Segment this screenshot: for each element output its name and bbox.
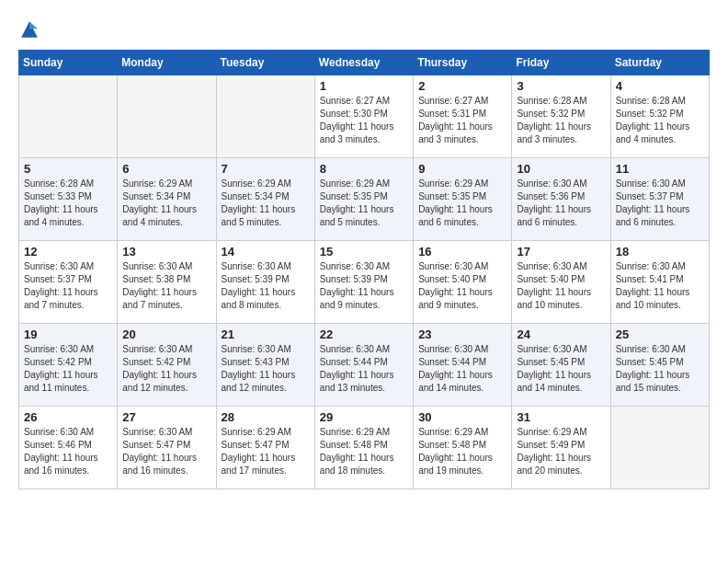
day-number: 6 [122, 162, 210, 176]
calendar-table: SundayMondayTuesdayWednesdayThursdayFrid… [18, 50, 710, 489]
calendar-cell: 20Sunrise: 6:30 AM Sunset: 5:42 PM Dayli… [118, 324, 216, 407]
calendar-cell: 12Sunrise: 6:30 AM Sunset: 5:37 PM Dayli… [19, 241, 118, 324]
day-info: Sunrise: 6:29 AM Sunset: 5:48 PM Dayligh… [418, 426, 506, 477]
day-info: Sunrise: 6:30 AM Sunset: 5:45 PM Dayligh… [517, 343, 605, 395]
day-number: 18 [616, 245, 704, 259]
svg-marker-1 [29, 21, 38, 29]
calendar-cell: 14Sunrise: 6:30 AM Sunset: 5:39 PM Dayli… [216, 241, 314, 324]
calendar-week-row: 26Sunrise: 6:30 AM Sunset: 5:46 PM Dayli… [19, 407, 710, 489]
day-info: Sunrise: 6:30 AM Sunset: 5:44 PM Dayligh… [320, 343, 408, 395]
calendar-cell: 8Sunrise: 6:29 AM Sunset: 5:35 PM Daylig… [314, 158, 413, 241]
day-number: 28 [222, 410, 310, 424]
calendar-week-row: 1Sunrise: 6:27 AM Sunset: 5:30 PM Daylig… [19, 75, 710, 158]
weekday-header: Friday [512, 51, 610, 75]
day-number: 3 [517, 79, 605, 93]
day-info: Sunrise: 6:28 AM Sunset: 5:32 PM Dayligh… [616, 95, 704, 146]
day-number: 30 [418, 410, 506, 424]
day-number: 10 [517, 162, 605, 176]
calendar-cell: 31Sunrise: 6:29 AM Sunset: 5:49 PM Dayli… [512, 407, 610, 489]
calendar-cell: 26Sunrise: 6:30 AM Sunset: 5:46 PM Dayli… [19, 407, 118, 489]
calendar-week-row: 5Sunrise: 6:28 AM Sunset: 5:33 PM Daylig… [19, 158, 710, 241]
weekday-header: Tuesday [216, 51, 314, 75]
weekday-header: Monday [118, 51, 216, 75]
day-number: 13 [122, 245, 210, 259]
day-info: Sunrise: 6:29 AM Sunset: 5:48 PM Dayligh… [320, 426, 408, 477]
calendar-cell: 17Sunrise: 6:30 AM Sunset: 5:40 PM Dayli… [512, 241, 610, 324]
calendar-cell: 27Sunrise: 6:30 AM Sunset: 5:47 PM Dayli… [118, 407, 216, 489]
calendar-cell: 2Sunrise: 6:27 AM Sunset: 5:31 PM Daylig… [414, 75, 512, 158]
day-number: 22 [320, 327, 408, 341]
calendar-cell: 15Sunrise: 6:30 AM Sunset: 5:39 PM Dayli… [314, 241, 413, 324]
calendar-body: 1Sunrise: 6:27 AM Sunset: 5:30 PM Daylig… [19, 75, 710, 489]
day-info: Sunrise: 6:29 AM Sunset: 5:49 PM Dayligh… [517, 426, 605, 477]
calendar-cell [118, 75, 216, 158]
day-info: Sunrise: 6:30 AM Sunset: 5:36 PM Dayligh… [517, 178, 605, 229]
calendar-cell: 19Sunrise: 6:30 AM Sunset: 5:42 PM Dayli… [19, 324, 118, 407]
day-info: Sunrise: 6:30 AM Sunset: 5:40 PM Dayligh… [418, 260, 506, 312]
day-info: Sunrise: 6:30 AM Sunset: 5:37 PM Dayligh… [616, 178, 704, 229]
day-number: 26 [24, 410, 112, 424]
day-number: 21 [222, 327, 310, 341]
day-info: Sunrise: 6:28 AM Sunset: 5:32 PM Dayligh… [517, 95, 605, 146]
day-number: 31 [517, 410, 605, 424]
day-info: Sunrise: 6:28 AM Sunset: 5:33 PM Dayligh… [24, 178, 112, 229]
day-number: 15 [320, 245, 408, 259]
day-info: Sunrise: 6:27 AM Sunset: 5:31 PM Dayligh… [418, 95, 506, 146]
calendar-cell [19, 75, 118, 158]
calendar-cell: 22Sunrise: 6:30 AM Sunset: 5:44 PM Dayli… [314, 324, 413, 407]
day-number: 12 [24, 245, 112, 259]
day-info: Sunrise: 6:29 AM Sunset: 5:34 PM Dayligh… [122, 178, 210, 229]
day-number: 2 [418, 79, 506, 93]
day-number: 11 [616, 162, 704, 176]
calendar-cell: 4Sunrise: 6:28 AM Sunset: 5:32 PM Daylig… [610, 75, 709, 158]
day-info: Sunrise: 6:30 AM Sunset: 5:42 PM Dayligh… [122, 343, 210, 395]
day-number: 19 [24, 327, 112, 341]
day-number: 24 [517, 327, 605, 341]
day-number: 23 [418, 327, 506, 341]
day-info: Sunrise: 6:30 AM Sunset: 5:42 PM Dayligh… [24, 343, 112, 395]
calendar-cell: 3Sunrise: 6:28 AM Sunset: 5:32 PM Daylig… [512, 75, 610, 158]
calendar-header: SundayMondayTuesdayWednesdayThursdayFrid… [19, 51, 710, 75]
calendar-cell: 18Sunrise: 6:30 AM Sunset: 5:41 PM Dayli… [610, 241, 709, 324]
logo [18, 18, 44, 40]
calendar-cell: 9Sunrise: 6:29 AM Sunset: 5:35 PM Daylig… [414, 158, 512, 241]
day-info: Sunrise: 6:30 AM Sunset: 5:43 PM Dayligh… [222, 343, 310, 395]
weekday-header: Sunday [19, 51, 118, 75]
day-info: Sunrise: 6:30 AM Sunset: 5:37 PM Dayligh… [24, 260, 112, 312]
calendar-cell: 7Sunrise: 6:29 AM Sunset: 5:34 PM Daylig… [216, 158, 314, 241]
calendar-week-row: 19Sunrise: 6:30 AM Sunset: 5:42 PM Dayli… [19, 324, 710, 407]
calendar-cell: 29Sunrise: 6:29 AM Sunset: 5:48 PM Dayli… [314, 407, 413, 489]
day-number: 27 [122, 410, 210, 424]
calendar-cell: 6Sunrise: 6:29 AM Sunset: 5:34 PM Daylig… [118, 158, 216, 241]
calendar-cell: 21Sunrise: 6:30 AM Sunset: 5:43 PM Dayli… [216, 324, 314, 407]
day-number: 14 [222, 245, 310, 259]
calendar-cell: 30Sunrise: 6:29 AM Sunset: 5:48 PM Dayli… [414, 407, 512, 489]
calendar-cell: 10Sunrise: 6:30 AM Sunset: 5:36 PM Dayli… [512, 158, 610, 241]
day-info: Sunrise: 6:30 AM Sunset: 5:44 PM Dayligh… [418, 343, 506, 395]
day-number: 5 [24, 162, 112, 176]
day-info: Sunrise: 6:29 AM Sunset: 5:34 PM Dayligh… [222, 178, 310, 229]
calendar-cell: 28Sunrise: 6:29 AM Sunset: 5:47 PM Dayli… [216, 407, 314, 489]
day-info: Sunrise: 6:30 AM Sunset: 5:39 PM Dayligh… [222, 260, 310, 312]
day-number: 17 [517, 245, 605, 259]
day-number: 9 [418, 162, 506, 176]
day-info: Sunrise: 6:30 AM Sunset: 5:38 PM Dayligh… [122, 260, 210, 312]
calendar-cell: 23Sunrise: 6:30 AM Sunset: 5:44 PM Dayli… [414, 324, 512, 407]
calendar-cell: 24Sunrise: 6:30 AM Sunset: 5:45 PM Dayli… [512, 324, 610, 407]
day-info: Sunrise: 6:29 AM Sunset: 5:35 PM Dayligh… [418, 178, 506, 229]
day-info: Sunrise: 6:30 AM Sunset: 5:46 PM Dayligh… [24, 426, 112, 477]
day-number: 20 [122, 327, 210, 341]
weekday-header: Saturday [610, 51, 709, 75]
day-info: Sunrise: 6:30 AM Sunset: 5:45 PM Dayligh… [616, 343, 704, 395]
weekday-header: Thursday [414, 51, 512, 75]
weekday-header: Wednesday [314, 51, 413, 75]
day-number: 8 [320, 162, 408, 176]
header [18, 18, 710, 40]
day-info: Sunrise: 6:29 AM Sunset: 5:35 PM Dayligh… [320, 178, 408, 229]
day-info: Sunrise: 6:30 AM Sunset: 5:39 PM Dayligh… [320, 260, 408, 312]
calendar-cell [610, 407, 709, 489]
calendar-cell: 5Sunrise: 6:28 AM Sunset: 5:33 PM Daylig… [19, 158, 118, 241]
day-info: Sunrise: 6:30 AM Sunset: 5:41 PM Dayligh… [616, 260, 704, 312]
day-number: 25 [616, 327, 704, 341]
calendar-cell: 25Sunrise: 6:30 AM Sunset: 5:45 PM Dayli… [610, 324, 709, 407]
